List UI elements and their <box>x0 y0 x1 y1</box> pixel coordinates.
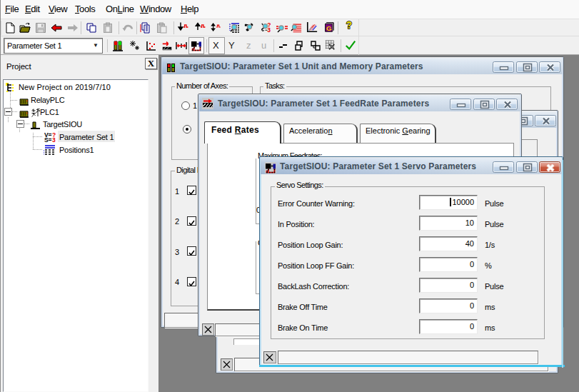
svg-text:?: ? <box>346 20 352 31</box>
svg-text:3: 3 <box>52 136 56 142</box>
svg-text:G: G <box>326 24 332 32</box>
svg-text:3: 3 <box>267 26 271 33</box>
svg-text:=: = <box>49 136 52 142</box>
